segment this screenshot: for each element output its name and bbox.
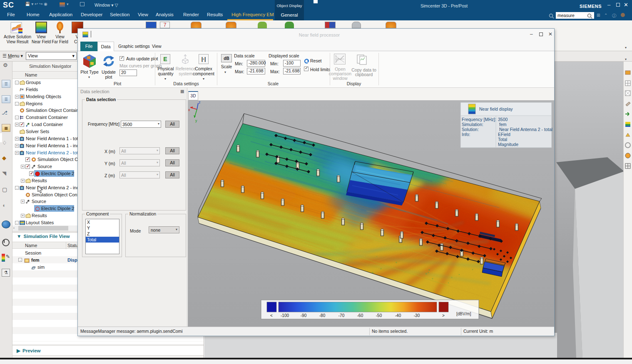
svg-text:z: z	[199, 100, 201, 104]
svg-text:-40: -40	[395, 313, 401, 318]
svg-text:<: <	[270, 313, 273, 318]
svg-text:3500: 3500	[498, 117, 508, 122]
svg-text:-70: -70	[338, 313, 345, 318]
svg-text:fem: fem	[499, 122, 507, 127]
svg-text:-90: -90	[301, 313, 307, 318]
svg-text:y: y	[195, 119, 197, 123]
svg-text:-100: -100	[281, 313, 289, 318]
svg-text:-30: -30	[414, 313, 420, 318]
svg-text:Magnitude: Magnitude	[498, 142, 518, 147]
svg-text:Near field display: Near field display	[479, 106, 513, 111]
svg-text:Frequency [MHz]:: Frequency [MHz]:	[462, 117, 496, 122]
svg-text:x: x	[188, 108, 190, 112]
svg-text:-80: -80	[319, 313, 326, 318]
svg-text:EField: EField	[498, 132, 510, 137]
svg-text:Total: Total	[498, 137, 507, 142]
svg-text:-60: -60	[357, 313, 363, 318]
svg-text:>: >	[442, 313, 445, 318]
svg-text:Simulation:: Simulation:	[462, 122, 483, 127]
svg-text:-50: -50	[376, 313, 382, 318]
svg-text:[dBV/m]: [dBV/m]	[456, 312, 471, 316]
svg-text:Solution:: Solution:	[462, 127, 479, 132]
svg-text:Info:: Info:	[462, 132, 470, 137]
svg-text:Near Field Antenna 2 - total: Near Field Antenna 2 - total	[499, 127, 552, 132]
